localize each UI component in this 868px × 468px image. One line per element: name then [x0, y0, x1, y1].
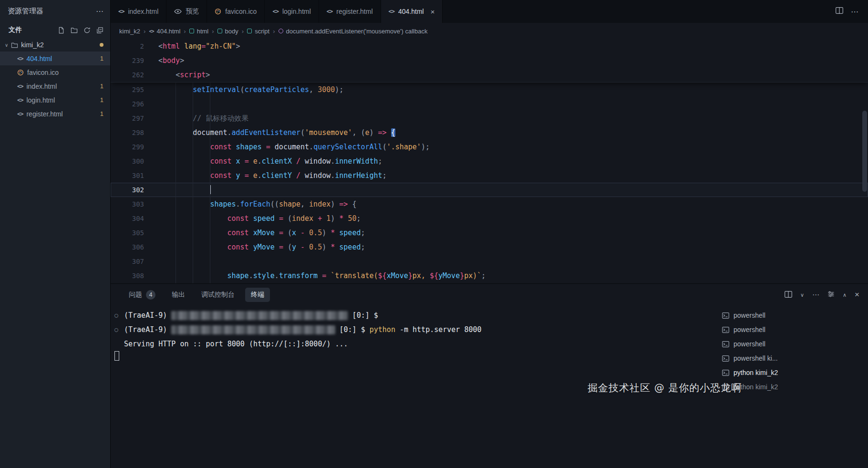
- terminal-icon: [722, 327, 729, 333]
- breadcrumb-item[interactable]: kimi_k2: [119, 28, 140, 35]
- terminal-list-item[interactable]: powershell ki...: [711, 351, 868, 365]
- breadcrumb-label: script: [255, 28, 269, 35]
- line-number: 306: [111, 240, 158, 254]
- terminal-list-item[interactable]: powershell: [711, 337, 868, 351]
- element-icon: [247, 29, 252, 33]
- panel-tabs: 问题4输出调试控制台终端: [123, 287, 270, 302]
- code-text: const speed = (index + 1) * 50;: [158, 211, 868, 226]
- breadcrumb-item[interactable]: <>404.html: [149, 28, 180, 35]
- file-row-login.html[interactable]: <>login.html1: [0, 93, 110, 107]
- code-line[interactable]: 308 shape.style.transform = `translate($…: [111, 269, 868, 283]
- folder-row-kimi_k2[interactable]: ∨ kimi_k2: [0, 38, 110, 52]
- html-icon: <>: [17, 55, 23, 62]
- tab-favicon.ico[interactable]: favicon.ico: [207, 0, 265, 23]
- code-line[interactable]: 303 shapes.forEach((shape, index) => {: [111, 197, 868, 211]
- code-line[interactable]: 296: [111, 97, 868, 111]
- panel-tab-终端[interactable]: 终端: [245, 288, 270, 302]
- eye-icon: [174, 8, 182, 15]
- terminal-icon: [722, 355, 729, 362]
- terminal-list-item[interactable]: powershell: [711, 308, 868, 322]
- maximize-panel-icon[interactable]: ∧: [843, 292, 847, 298]
- panel-tab-label: 问题: [129, 291, 142, 299]
- code-line[interactable]: 297 // 鼠标移动效果: [111, 111, 868, 125]
- terminal-icon: [722, 370, 729, 376]
- code-line[interactable]: 300 const x = e.clientX / window.innerWi…: [111, 154, 868, 168]
- code-line[interactable]: 298 document.addEventListener('mousemove…: [111, 125, 868, 140]
- problems-count-badge: 4: [146, 290, 155, 300]
- code-editor[interactable]: 2<html lang="zh-CN">239<body>262 <script…: [111, 39, 868, 283]
- terminal-label: powershell ki...: [734, 354, 778, 362]
- code-line[interactable]: 239<body>: [111, 53, 868, 68]
- tab-预览[interactable]: 预览: [166, 0, 207, 23]
- configure-icon[interactable]: [827, 291, 835, 299]
- breadcrumb-item[interactable]: document.addEventListener('mousemove') c…: [279, 28, 428, 35]
- terminal-list-item[interactable]: python kimi_k2: [711, 365, 868, 380]
- chevron-down-icon[interactable]: ∨: [800, 292, 804, 298]
- code-line[interactable]: 302: [111, 183, 868, 197]
- code-text: <script>: [158, 68, 868, 82]
- scrollbar-thumb[interactable]: [862, 111, 867, 192]
- split-terminal-icon[interactable]: [785, 291, 792, 299]
- sticky-scroll: 2<html lang="zh-CN">239<body>262 <script…: [111, 39, 868, 83]
- breadcrumb-item[interactable]: html: [189, 28, 209, 35]
- tab-label: register.html: [336, 8, 372, 15]
- code-text: shape.style.transform = `translate(${xMo…: [158, 269, 868, 283]
- tab-label: index.html: [128, 8, 158, 15]
- panel-tab-输出[interactable]: 输出: [166, 288, 191, 302]
- code-line[interactable]: 304 const speed = (index + 1) * 50;: [111, 211, 868, 226]
- close-panel-icon[interactable]: ×: [855, 290, 859, 300]
- code-line[interactable]: 295 setInterval(createParticles, 3000);: [111, 83, 868, 97]
- breadcrumb-label: body: [225, 28, 238, 35]
- file-row-favicon.ico[interactable]: favicon.ico: [0, 65, 110, 79]
- tab-label: 预览: [186, 7, 199, 16]
- close-tab-icon[interactable]: ×: [431, 8, 435, 16]
- code-line[interactable]: 301 const y = e.clientY / window.innerHe…: [111, 168, 868, 183]
- redacted-path: [171, 311, 348, 320]
- panel-tab-问题[interactable]: 问题4: [123, 287, 161, 302]
- terminal-list-item[interactable]: powershell: [711, 322, 868, 337]
- panel-tab-调试控制台[interactable]: 调试控制台: [196, 288, 240, 302]
- file-list: <>404.html1favicon.ico<>index.html1<>log…: [0, 52, 110, 121]
- file-row-404.html[interactable]: <>404.html1: [0, 52, 110, 65]
- tab-register.html[interactable]: <>register.html: [319, 0, 381, 23]
- code-text: [158, 254, 868, 269]
- new-file-icon[interactable]: [58, 27, 65, 34]
- line-number: 301: [111, 168, 158, 183]
- breadcrumb: kimi_k2›<>404.html›html›body›script›docu…: [111, 23, 868, 39]
- terminal-line: ○(TraeAI-9) [0:] $: [114, 308, 711, 322]
- problem-badge: 1: [100, 83, 103, 90]
- code-line[interactable]: 299 const shapes = document.querySelecto…: [111, 140, 868, 154]
- split-editor-icon[interactable]: [836, 7, 843, 16]
- breadcrumb-label: html: [197, 28, 209, 35]
- explorer-more-icon[interactable]: ⋯: [96, 7, 103, 16]
- editor-more-icon[interactable]: ⋯: [851, 7, 858, 16]
- line-number: 304: [111, 211, 158, 226]
- tab-login.html[interactable]: <>login.html: [265, 0, 319, 23]
- file-name: login.html: [26, 96, 55, 104]
- code-line[interactable]: 262 <script>: [111, 68, 868, 82]
- chevron-down-icon: ∨: [5, 42, 8, 48]
- file-row-index.html[interactable]: <>index.html1: [0, 79, 110, 93]
- tab-index.html[interactable]: <>index.html: [111, 0, 166, 23]
- more-actions-icon[interactable]: ⋯: [812, 291, 819, 299]
- tab-label: 404.html: [398, 8, 424, 15]
- code-line[interactable]: 307: [111, 254, 868, 269]
- collapse-all-icon[interactable]: [96, 27, 103, 34]
- breadcrumb-item[interactable]: script: [247, 28, 269, 35]
- tab-404.html[interactable]: <>404.html×: [381, 0, 443, 23]
- line-number: 298: [111, 125, 158, 140]
- html-icon: <>: [17, 111, 23, 117]
- palette-icon: [17, 69, 24, 76]
- panel-tab-label: 调试控制台: [201, 291, 235, 299]
- breadcrumb-separator: ›: [242, 28, 244, 35]
- code-line[interactable]: 2<html lang="zh-CN">: [111, 39, 868, 53]
- code-line[interactable]: 306 const yMove = (y - 0.5) * speed;: [111, 240, 868, 254]
- new-folder-icon[interactable]: [71, 27, 78, 34]
- file-name: 404.html: [26, 55, 52, 62]
- problem-badge: 1: [100, 96, 103, 104]
- refresh-icon[interactable]: [83, 27, 91, 34]
- breadcrumb-item[interactable]: body: [217, 28, 238, 35]
- text-cursor: [210, 185, 211, 194]
- code-line[interactable]: 305 const xMove = (x - 0.5) * speed;: [111, 226, 868, 240]
- file-row-register.html[interactable]: <>register.html1: [0, 107, 110, 121]
